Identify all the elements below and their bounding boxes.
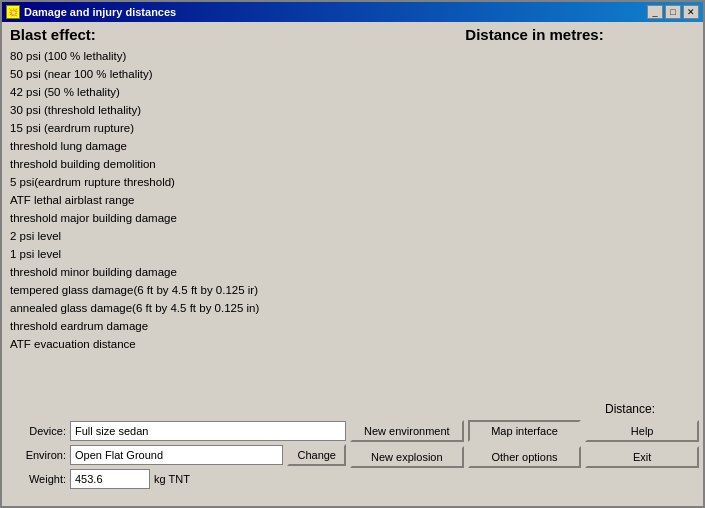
info-panel: Device: Full size sedan Environ: Open Fl… (6, 420, 346, 502)
main-window: 💥 Damage and injury distances _ □ ✕ Blas… (0, 0, 705, 508)
change-button[interactable]: Change (287, 444, 346, 466)
minimize-button[interactable]: _ (647, 5, 663, 19)
environ-value: Open Flat Ground (70, 445, 283, 465)
weight-value: 453.6 (70, 469, 150, 489)
device-label: Device: (6, 425, 66, 437)
distance-label: Distance: (370, 402, 699, 416)
blast-item: threshold building demolition (10, 155, 366, 173)
weight-unit: kg TNT (154, 473, 190, 485)
close-button[interactable]: ✕ (683, 5, 699, 19)
blast-item: tempered glass damage(6 ft by 4.5 ft by … (10, 281, 366, 299)
blast-items-list: 80 psi (100 % lethality)50 psi (near 100… (6, 47, 366, 353)
device-value: Full size sedan (70, 421, 346, 441)
blast-item: threshold lung damage (10, 137, 366, 155)
environ-label: Environ: (6, 449, 66, 461)
blast-item: 1 psi level (10, 245, 366, 263)
blast-item: 5 psi(eardrum rupture threshold) (10, 173, 366, 191)
weight-label: Weight: (6, 473, 66, 485)
blast-item: 42 psi (50 % lethality) (10, 83, 366, 101)
blast-item: 50 psi (near 100 % lethality) (10, 65, 366, 83)
map-interface-button[interactable]: Map interface (468, 420, 582, 442)
blast-item: 80 psi (100 % lethality) (10, 47, 366, 65)
blast-item: 15 psi (eardrum rupture) (10, 119, 366, 137)
other-options-button[interactable]: Other options (468, 446, 582, 468)
new-explosion-button[interactable]: New explosion (350, 446, 464, 468)
blast-item: 30 psi (threshold lethality) (10, 101, 366, 119)
maximize-button[interactable]: □ (665, 5, 681, 19)
title-icon: 💥 (6, 5, 20, 19)
exit-button[interactable]: Exit (585, 446, 699, 468)
blast-item: annealed glass damage(6 ft by 4.5 ft by … (10, 299, 366, 317)
blast-header: Blast effect: (6, 26, 366, 43)
chart-area (370, 47, 699, 400)
blast-item: ATF lethal airblast range (10, 191, 366, 209)
help-button[interactable]: Help (585, 420, 699, 442)
blast-item: ATF evacuation distance (10, 335, 366, 353)
distance-header: Distance in metres: (370, 26, 699, 43)
new-environment-button[interactable]: New environment (350, 420, 464, 442)
blast-item: threshold major building damage (10, 209, 366, 227)
title-bar: 💥 Damage and injury distances _ □ ✕ (2, 2, 703, 22)
window-title: Damage and injury distances (24, 6, 176, 18)
blast-item: 2 psi level (10, 227, 366, 245)
blast-item: threshold minor building damage (10, 263, 366, 281)
blast-item: threshold eardrum damage (10, 317, 366, 335)
buttons-panel: New environment Map interface Help New e… (350, 420, 699, 502)
